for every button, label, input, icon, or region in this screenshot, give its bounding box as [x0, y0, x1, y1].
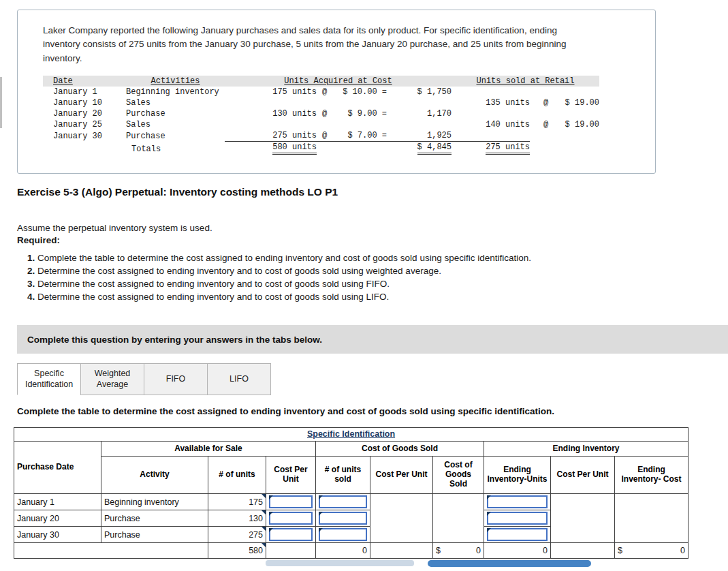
- col-header-num-units-sold: # of units sold: [316, 457, 370, 494]
- purchases-sales-table: Date Activities Units Acquired at Cost U…: [43, 76, 599, 155]
- horizontal-scrollbar-thumb-secondary[interactable]: [266, 560, 414, 566]
- required-label: Required:: [17, 235, 60, 245]
- requirement-text: Determine the cost assigned to ending in…: [37, 279, 390, 289]
- answer-marker-icon: [487, 495, 548, 508]
- cell-num-units: 130: [208, 510, 266, 527]
- answer-tabs: Specific Identification Weighted Average…: [17, 363, 271, 395]
- table-row: January 30 Purchase 275 units @ $ 7.00 =…: [43, 130, 599, 142]
- problem-statement-box: Laker Company reported the following Jan…: [17, 10, 656, 174]
- cell-sold-units: [452, 130, 530, 142]
- cell-at: @: [317, 87, 332, 97]
- cell-units: [225, 97, 317, 108]
- complete-question-banner: Complete this question by entering your …: [17, 325, 728, 354]
- cell-total: 1,170: [387, 108, 452, 119]
- tab-fifo[interactable]: FIFO: [144, 363, 208, 395]
- col-header-activities: Activities: [151, 76, 200, 86]
- requirement-item: 3. Determine the cost assigned to ending…: [27, 277, 531, 290]
- col-header-num-units: # of units: [208, 457, 266, 494]
- cell-cogs-open: [433, 494, 484, 543]
- totals-sold-units: 275 units: [486, 142, 530, 155]
- cell-ending-cost-per-unit-open: [551, 494, 615, 543]
- cell-sold-price: $ 19.00: [562, 97, 599, 108]
- cell-cost: $ 9.00 =: [332, 108, 387, 119]
- totals-row: Totals 580 units $ 4,845 275 units: [43, 142, 599, 155]
- specific-identification-table: Specific Identification Purchase Date Av…: [14, 427, 689, 559]
- cell-activity: Beginning inventory: [101, 494, 208, 510]
- answer-marker-icon: [487, 512, 548, 525]
- requirements-list: 1. Complete the table to determine the c…: [27, 251, 531, 303]
- requirement-text: Determine the cost assigned to ending in…: [37, 266, 441, 276]
- assumption-text: Assume the perpetual inventory system is…: [17, 223, 212, 233]
- units-sold-input[interactable]: [319, 512, 367, 525]
- requirement-number: 4.: [27, 292, 35, 302]
- cell-ending-cost-open: [615, 494, 689, 543]
- tab-lifo[interactable]: LIFO: [207, 363, 271, 395]
- col-header-units-acquired: Units Acquired at Cost: [284, 76, 392, 86]
- currency-symbol: $: [618, 546, 622, 555]
- horizontal-scrollbar-thumb-primary[interactable]: [428, 560, 591, 567]
- table-row: January 25 Sales 140 units @ $ 19.00: [43, 119, 599, 130]
- ending-inventory-units-input[interactable]: [487, 528, 548, 541]
- cell-total: $ 1,750: [387, 87, 452, 97]
- table-row: January 10 Sales 135 units @ $ 19.00: [43, 97, 599, 108]
- group-header-available-for-sale: Available for Sale: [101, 442, 316, 457]
- exercise-title: Exercise 5-3 (Algo) Perpetual: Inventory…: [17, 186, 338, 198]
- group-header-ending-inventory: Ending Inventory: [484, 442, 689, 457]
- cell-at: [317, 97, 332, 108]
- cost-per-unit-input[interactable]: [269, 512, 313, 525]
- cell-cogs-cost-per-unit-open: [370, 494, 433, 543]
- cell-sold-price: [562, 87, 599, 97]
- ending-inventory-units-input[interactable]: [487, 512, 548, 525]
- cell-cost: $ 10.00 =: [332, 87, 387, 97]
- cell-units: 175 units: [225, 87, 317, 97]
- requirement-number: 3.: [27, 279, 35, 289]
- units-sold-input[interactable]: [319, 528, 367, 541]
- cell-cost: $ 7.00 =: [332, 130, 387, 142]
- cell-sold-price: [562, 130, 599, 142]
- cell-total: [387, 119, 452, 130]
- tab-specific-identification[interactable]: Specific Identification: [17, 363, 81, 395]
- col-header-cost-per-unit: Cost Per Unit: [266, 457, 316, 494]
- currency-symbol: $: [436, 546, 441, 555]
- col-header-cogs-cost-per-unit: Cost Per Unit: [370, 457, 433, 494]
- ending-inventory-units-input[interactable]: [487, 495, 548, 508]
- col-header-activity: Activity: [101, 457, 208, 494]
- table-row: January 1 Beginning inventory 175 units …: [43, 87, 599, 97]
- requirement-text: Complete the table to determine the cost…: [37, 253, 531, 263]
- cost-per-unit-input[interactable]: [269, 528, 313, 541]
- cell-sold-units: [452, 108, 530, 119]
- cell-date: January 20: [43, 108, 126, 119]
- cell-sold-units: [452, 87, 530, 97]
- requirement-item: 1. Complete the table to determine the c…: [27, 251, 531, 264]
- cell-purchase-date: January 20: [14, 510, 101, 527]
- cell-units: 130 units: [225, 108, 317, 119]
- answer-marker-icon: [487, 528, 548, 541]
- group-header-cost-of-goods-sold: Cost of Goods Sold: [316, 442, 484, 457]
- col-header-cogs: Cost of Goods Sold: [433, 457, 484, 494]
- cell-ending-units: [484, 494, 551, 510]
- cell-activity: Beginning inventory: [126, 87, 225, 97]
- cell-date: January 1: [43, 87, 126, 97]
- cell-units: 275 units: [225, 130, 317, 142]
- units-sold-input[interactable]: [319, 495, 367, 508]
- requirement-number: 1.: [27, 253, 35, 263]
- col-header-ending-inventory-units: Ending Inventory-Units: [484, 457, 551, 494]
- col-header-ending-cost-per-unit: Cost Per Unit: [551, 457, 615, 494]
- answer-marker-icon: [269, 528, 313, 541]
- cell-purchase-date: January 30: [14, 527, 101, 543]
- cell-activity: Purchase: [101, 527, 208, 543]
- total-units: 580: [208, 543, 266, 559]
- total-cogs-calculated: $0: [433, 543, 484, 559]
- cost-per-unit-input[interactable]: [269, 495, 313, 508]
- cell-sold-at: [530, 108, 562, 119]
- cell-sold-at: [530, 87, 562, 97]
- requirement-text: Determine the cost assigned to ending in…: [37, 292, 389, 302]
- cell-date: January 25: [43, 119, 126, 130]
- requirement-number: 2.: [27, 266, 35, 276]
- cell-activity: Purchase: [126, 130, 225, 142]
- cell-units-sold: [316, 494, 370, 510]
- cell-total: 1,925: [387, 130, 452, 142]
- total-ending-cost-value: 0: [680, 546, 685, 555]
- tab-weighted-average[interactable]: Weighted Average: [80, 363, 144, 395]
- cell-activity: Purchase: [101, 510, 208, 527]
